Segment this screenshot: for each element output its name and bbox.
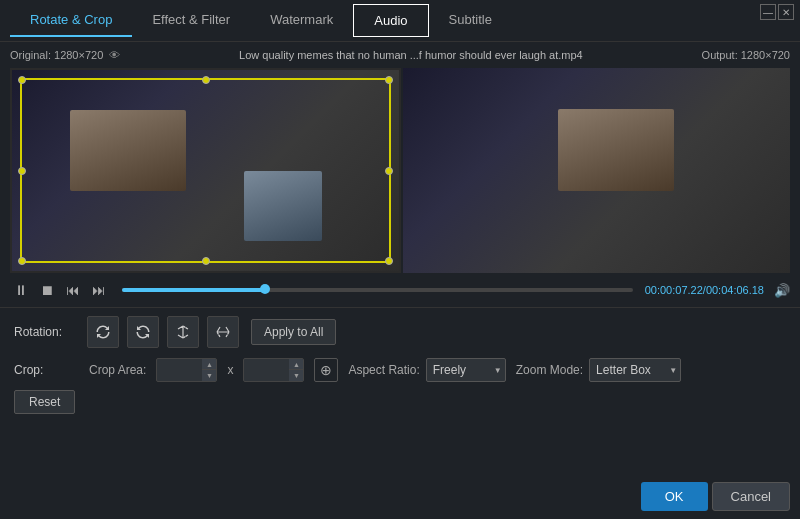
crop-width-up[interactable]: ▲ bbox=[202, 359, 216, 370]
tab-audio[interactable]: Audio bbox=[353, 4, 428, 37]
tab-bar: Rotate & Crop Effect & Filter Watermark … bbox=[0, 0, 800, 42]
crop-height-up[interactable]: ▲ bbox=[289, 359, 303, 370]
aspect-ratio-group: Aspect Ratio: Freely 16:9 4:3 1:1 ▼ bbox=[348, 358, 505, 382]
zoom-mode-select[interactable]: Letter Box Pan & Scan Full bbox=[589, 358, 681, 382]
play-button[interactable]: ⏸ bbox=[10, 279, 32, 301]
settings-panel: Rotation: Apply to All bbox=[0, 307, 800, 422]
output-resolution: Output: 1280×720 bbox=[702, 49, 790, 61]
flip-vertical-button[interactable] bbox=[207, 316, 239, 348]
aspect-ratio-label: Aspect Ratio: bbox=[348, 363, 419, 377]
time-display: 00:00:07.22/00:04:06.18 bbox=[645, 284, 764, 296]
progress-fill bbox=[122, 288, 265, 292]
crop-area-label: Crop Area: bbox=[89, 363, 146, 377]
current-time: 00:00:07.22 bbox=[645, 284, 703, 296]
rotation-label: Rotation: bbox=[14, 325, 79, 339]
dimension-separator: x bbox=[227, 363, 233, 377]
filename-label: Low quality memes that no human ...f hum… bbox=[120, 49, 701, 61]
tab-subtitle[interactable]: Subtitle bbox=[429, 4, 512, 37]
crop-row: Crop: Crop Area: 1280 ▲ ▼ x 720 ▲ ▼ ⊕ As… bbox=[14, 358, 786, 382]
tab-effect-filter[interactable]: Effect & Filter bbox=[132, 4, 250, 37]
next-frame-button[interactable]: ⏭ bbox=[88, 279, 110, 301]
zoom-mode-wrapper: Letter Box Pan & Scan Full ▼ bbox=[589, 358, 681, 382]
left-video-panel bbox=[10, 68, 401, 273]
crop-height-input[interactable]: 720 bbox=[244, 363, 289, 377]
minimize-button[interactable]: — bbox=[760, 4, 776, 20]
crop-label: Crop: bbox=[14, 363, 79, 377]
tab-watermark[interactable]: Watermark bbox=[250, 4, 353, 37]
crop-width-input-group: 1280 ▲ ▼ bbox=[156, 358, 217, 382]
eye-icon[interactable]: 👁 bbox=[109, 49, 120, 61]
crop-height-input-group: 720 ▲ ▼ bbox=[243, 358, 304, 382]
zoom-mode-group: Zoom Mode: Letter Box Pan & Scan Full ▼ bbox=[516, 358, 681, 382]
crop-width-down[interactable]: ▼ bbox=[202, 370, 216, 381]
close-button[interactable]: ✕ bbox=[778, 4, 794, 20]
aspect-ratio-select[interactable]: Freely 16:9 4:3 1:1 bbox=[426, 358, 506, 382]
aspect-ratio-wrapper: Freely 16:9 4:3 1:1 ▼ bbox=[426, 358, 506, 382]
volume-icon[interactable]: 🔊 bbox=[774, 283, 790, 298]
stop-button[interactable]: ⏹ bbox=[36, 279, 58, 301]
zoom-mode-label: Zoom Mode: bbox=[516, 363, 583, 377]
crop-width-input[interactable]: 1280 bbox=[157, 363, 202, 377]
video-area bbox=[0, 68, 800, 273]
original-resolution: Original: 1280×720 bbox=[10, 49, 103, 61]
prev-frame-button[interactable]: ⏮ bbox=[62, 279, 84, 301]
rotate-cw-button[interactable] bbox=[127, 316, 159, 348]
cancel-button[interactable]: Cancel bbox=[712, 482, 790, 511]
rotation-row: Rotation: Apply to All bbox=[14, 316, 786, 348]
progress-thumb bbox=[260, 284, 270, 294]
controls-bar: ⏸ ⏹ ⏮ ⏭ 00:00:07.22/00:04:06.18 🔊 bbox=[0, 273, 800, 307]
crop-height-down[interactable]: ▼ bbox=[289, 370, 303, 381]
reset-button[interactable]: Reset bbox=[14, 390, 75, 414]
info-bar: Original: 1280×720 👁 Low quality memes t… bbox=[0, 42, 800, 68]
center-crop-button[interactable]: ⊕ bbox=[314, 358, 338, 382]
total-time: 00:04:06.18 bbox=[706, 284, 764, 296]
tab-rotate-crop[interactable]: Rotate & Crop bbox=[10, 4, 132, 37]
flip-horizontal-button[interactable] bbox=[167, 316, 199, 348]
ok-button[interactable]: OK bbox=[641, 482, 708, 511]
footer: OK Cancel bbox=[631, 474, 800, 519]
rotate-ccw-button[interactable] bbox=[87, 316, 119, 348]
apply-to-all-button[interactable]: Apply to All bbox=[251, 319, 336, 345]
right-video-panel bbox=[403, 68, 790, 273]
progress-bar[interactable] bbox=[122, 288, 633, 292]
